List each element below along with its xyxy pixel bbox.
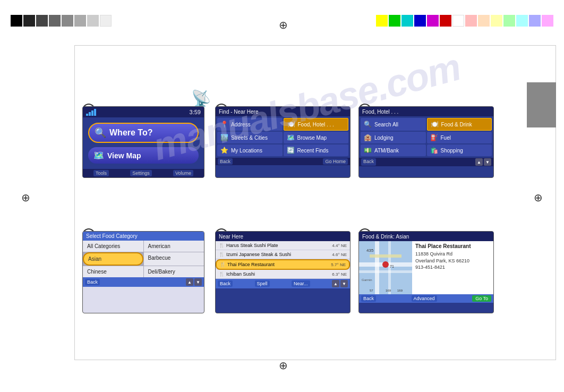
back-button-s2[interactable]: Back — [218, 158, 233, 165]
arrow-down-s5[interactable]: ▼ — [340, 280, 348, 287]
arrow-down-s3[interactable]: ▼ — [484, 158, 491, 166]
screen-food-hotel: Food, Hotel . . . 🔍 Search All 🍽️ Food &… — [358, 106, 494, 178]
menu-shopping[interactable]: 🛍️ Shopping — [427, 144, 492, 156]
signal-bar-4 — [94, 109, 96, 116]
svg-rect-3 — [375, 241, 379, 294]
screen4-header: Select Food Category — [83, 232, 204, 241]
search-icon: 🔍 — [95, 127, 106, 139]
browse-map-label: Browse Map — [297, 135, 327, 141]
crosshair-bottom: ⊕ — [279, 359, 288, 372]
arrow-up-s4[interactable]: ▲ — [186, 278, 193, 286]
color-sq-magenta — [427, 15, 439, 27]
color-sq-lightblue — [529, 15, 541, 27]
black-color-bar — [11, 15, 112, 27]
menu-food-drink[interactable]: 🍽️ Food & Drink — [427, 118, 492, 131]
color-sq-peach — [478, 15, 490, 27]
result-izumi[interactable]: 🍴 Izumi Japanese Steak & Sushi 4.6° NE — [216, 250, 350, 259]
map-icon: 🗺️ — [93, 150, 104, 160]
advanced-button[interactable]: Advanced — [412, 295, 437, 302]
city-state-zip: Overland Park, KS 66210 — [415, 258, 490, 265]
menu-atm-bank[interactable]: 💵 ATM/Bank — [361, 144, 426, 156]
back-button-s6[interactable]: Back — [361, 295, 376, 302]
lodging-label: Lodging — [374, 135, 394, 141]
volume-button[interactable]: Volume — [173, 170, 193, 176]
menu-lodging[interactable]: 🏨 Lodging — [361, 132, 426, 143]
svg-text:71: 71 — [390, 265, 394, 268]
spell-button[interactable]: Spell — [255, 280, 270, 287]
view-map-button[interactable]: 🗺️ View Map — [88, 147, 199, 164]
food-hotel-label: Food, Hotel . . . — [298, 122, 334, 127]
goto-button[interactable]: Go To — [472, 295, 491, 302]
menu-browse-map[interactable]: 🗺️ Browse Map — [284, 132, 349, 143]
crosshair-right: ⊕ — [534, 191, 543, 204]
nav-arrows-s3: ▲ ▼ — [475, 158, 491, 166]
address-icon: 📍 — [220, 121, 229, 128]
arrow-up-s3[interactable]: ▲ — [475, 158, 483, 166]
cat-asian[interactable]: Asian — [83, 252, 143, 266]
cat-barbecue[interactable]: Barbecue — [144, 252, 204, 266]
screen6-header: Food & Drink: Asian — [359, 232, 493, 241]
atm-icon: 💵 — [364, 147, 372, 154]
cat-chinese[interactable]: Chinese — [83, 266, 143, 277]
food-drink-label: Food & Drink — [441, 122, 472, 127]
map-svg: 435 71 Garmin 57 169 169 — [359, 241, 412, 294]
time-display: 3:59 — [190, 109, 201, 115]
fork-icon-3: 🍴 — [220, 262, 226, 267]
menu-recent-finds[interactable]: 🔄 Recent Finds — [284, 144, 349, 156]
svg-text:169: 169 — [386, 289, 391, 292]
cat-all-categories[interactable]: All Categories — [83, 241, 143, 252]
lodging-icon: 🏨 — [364, 134, 372, 141]
result-thai-name: 🍴 Thai Place Restaurant — [220, 262, 275, 267]
result-harus-dist: 4.4° NE — [332, 243, 347, 248]
back-button-s5[interactable]: Back — [218, 280, 233, 287]
map-thumbnail: 435 71 Garmin 57 169 169 — [359, 241, 412, 294]
screen3-menu: 🔍 Search All 🍽️ Food & Drink 🏨 Lodging ⛽… — [359, 116, 493, 158]
crosshair-top: ⊕ — [279, 19, 288, 31]
gps-device-icon: 📡 — [191, 89, 211, 108]
fork-icon-4: 🍴 — [219, 271, 225, 277]
arrow-down-s4[interactable]: ▼ — [194, 278, 202, 286]
go-home-button[interactable]: Go Home — [323, 158, 348, 165]
screen-whereto: 3:59 🔍 Where To? 🗺️ View Map Tools Setti… — [82, 106, 204, 178]
screen6-title: Food & Drink: Asian — [362, 234, 409, 240]
search-all-label: Search All — [374, 122, 398, 127]
svg-text:Garmin: Garmin — [362, 278, 372, 282]
arrow-up-s5[interactable]: ▲ — [332, 280, 339, 287]
settings-button[interactable]: Settings — [130, 170, 152, 176]
result-ichiban[interactable]: 🍴 Ichiban Sushi 6.3° NE — [216, 270, 350, 279]
screen5-header: Near Here — [216, 232, 350, 241]
menu-address[interactable]: 📍 Address — [217, 118, 283, 131]
view-map-label: View Map — [107, 151, 141, 160]
black-sq-4 — [49, 15, 61, 27]
screen6-body: 435 71 Garmin 57 169 169 Thai Place Rest… — [359, 241, 493, 294]
near-button[interactable]: Near... — [292, 280, 310, 287]
color-sq-green — [389, 15, 400, 27]
recent-finds-label: Recent Finds — [297, 148, 329, 154]
cat-deli-bakery[interactable]: Deli/Bakery — [144, 266, 204, 277]
menu-search-all[interactable]: 🔍 Search All — [361, 118, 426, 131]
cat-american[interactable]: American — [144, 241, 204, 252]
streets-icon: 🏙️ — [220, 134, 229, 141]
black-sq-6 — [74, 15, 86, 27]
where-to-button[interactable]: 🔍 Where To? — [88, 123, 199, 143]
black-sq-5 — [62, 15, 73, 27]
result-harus-name: 🍴 Harus Steak Sushi Plate — [219, 243, 278, 248]
screen3-header: Food, Hotel . . . — [359, 107, 493, 116]
page-border-left — [74, 45, 75, 360]
back-button-s3[interactable]: Back — [361, 158, 376, 166]
result-ichiban-name: 🍴 Ichiban Sushi — [219, 271, 255, 277]
menu-fuel[interactable]: ⛽ Fuel — [427, 132, 492, 143]
back-button-s4[interactable]: Back — [85, 279, 100, 285]
svg-text:169: 169 — [397, 289, 403, 292]
result-thai[interactable]: 🍴 Thai Place Restaurant 5.7° NE — [216, 259, 350, 270]
fork-icon-2: 🍴 — [219, 252, 225, 257]
menu-streets-cities[interactable]: 🏙️ Streets & Cities — [217, 132, 283, 143]
svg-point-6 — [382, 261, 389, 268]
tools-button[interactable]: Tools — [93, 170, 109, 176]
menu-my-locations[interactable]: ⭐ My Locations — [217, 144, 283, 156]
fuel-icon: ⛽ — [430, 134, 439, 141]
signal-bar-3 — [91, 110, 93, 116]
menu-food-hotel[interactable]: 🍽️ Food, Hotel . . . — [284, 118, 349, 131]
result-harus[interactable]: 🍴 Harus Steak Sushi Plate 4.4° NE — [216, 241, 350, 250]
screen-detail: Food & Drink: Asian 435 71 Garmin 57 169… — [358, 231, 494, 313]
